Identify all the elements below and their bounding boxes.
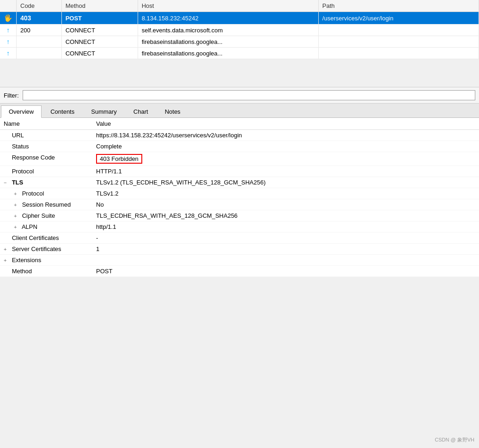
detail-row-name: + Server Certificates (0, 244, 92, 254)
detail-row-name-text: Server Certificates (12, 245, 61, 252)
detail-row-value: https://8.134.158.232:45242/userservices… (92, 130, 479, 141)
detail-row-name: URL (0, 130, 92, 141)
detail-row: + Extensions (0, 255, 479, 266)
detail-row: + Server Certificates1 (0, 244, 479, 255)
row-method: POST (61, 12, 138, 25)
tab-overview[interactable]: Overview (1, 105, 42, 118)
tab-contents[interactable]: Contents (42, 105, 82, 117)
table-row[interactable]: ↑CONNECTfirebaseinstallations.googlea... (0, 36, 479, 48)
detail-row-name-text: Cipher Suite (22, 212, 55, 219)
detail-row: + ProtocolTLSv1.2 (0, 188, 479, 199)
detail-row-name-text: Session Resumed (22, 201, 71, 208)
tab-summary[interactable]: Summary (83, 105, 125, 117)
row-host: 8.134.158.232:45242 (138, 12, 318, 25)
expand-icon[interactable]: + (4, 258, 10, 263)
hand-icon: 🖐 (4, 14, 12, 22)
up-arrow-icon: ↑ (6, 38, 10, 45)
filter-row: Filter: (0, 87, 479, 104)
detail-row: URLhttps://8.134.158.232:45242/userservi… (0, 130, 479, 141)
detail-row-name: + ALPN (0, 221, 92, 232)
detail-row-name-text: Status (12, 143, 29, 150)
detail-row-value: TLSv1.2 (TLS_ECDHE_RSA_WITH_AES_128_GCM_… (92, 177, 479, 188)
row-method: CONNECT (61, 25, 138, 36)
detail-row-name: − TLS (0, 177, 92, 188)
col-name-header: Name (0, 118, 92, 129)
row-icon: ↑ (0, 36, 17, 48)
filter-input[interactable] (23, 90, 476, 100)
row-code (17, 48, 62, 59)
detail-row: + Session ResumedNo (0, 199, 479, 210)
detail-row-value (92, 255, 479, 258)
row-path (318, 36, 479, 48)
response-code-box: 403 Forbidden (96, 154, 142, 164)
detail-row: ProtocolHTTP/1.1 (0, 166, 479, 177)
detail-row-value: No (92, 199, 479, 210)
detail-row: + ALPNhttp/1.1 (0, 221, 479, 233)
table-row[interactable]: ↑CONNECTfirebaseinstallations.googlea... (0, 48, 479, 59)
row-code: 403 (17, 12, 62, 25)
detail-row-name-text: ALPN (22, 223, 37, 230)
col-path: Path (318, 0, 479, 12)
table-row[interactable]: ↑200CONNECTself.events.data.microsoft.co… (0, 25, 479, 36)
detail-row-name-text: Client Certificates (12, 234, 59, 241)
detail-row-value: 403 Forbidden (92, 152, 479, 166)
detail-row-value: HTTP/1.1 (92, 166, 479, 177)
detail-row: + Cipher SuiteTLS_ECDHE_RSA_WITH_AES_128… (0, 210, 479, 221)
tab-notes[interactable]: Notes (157, 105, 188, 117)
expand-icon[interactable]: + (14, 224, 20, 230)
up-arrow-icon: ↑ (6, 49, 10, 57)
filter-label: Filter: (4, 92, 19, 99)
collapse-icon[interactable]: − (4, 180, 10, 185)
detail-row-value: TLSv1.2 (92, 188, 479, 199)
tab-chart[interactable]: Chart (126, 105, 156, 117)
row-code (17, 36, 62, 48)
col-value-header: Value (92, 118, 479, 129)
expand-icon[interactable]: + (4, 246, 10, 252)
detail-row-name: Response Code (0, 152, 92, 163)
tab-bar: OverviewContentsSummaryChartNotes (0, 104, 479, 118)
row-method: CONNECT (61, 36, 138, 48)
detail-row-name: Client Certificates (0, 233, 92, 243)
table-row[interactable]: 🖐403POST8.134.158.232:45242/userservices… (0, 12, 479, 25)
detail-row-name: + Session Resumed (0, 199, 92, 210)
col-code: Code (17, 0, 62, 12)
detail-row-name-text: Protocol (12, 168, 34, 175)
expand-icon[interactable]: + (14, 191, 20, 196)
expand-icon[interactable]: + (14, 202, 20, 208)
detail-row-value: Complete (92, 141, 479, 152)
detail-panel: Name Value URLhttps://8.134.158.232:4524… (0, 118, 479, 277)
detail-row-value: TLS_ECDHE_RSA_WITH_AES_128_GCM_SHA256 (92, 210, 479, 221)
col-host: Host (138, 0, 318, 12)
detail-row-value: 1 (92, 244, 479, 254)
col-icon (0, 0, 17, 12)
row-icon: ↑ (0, 25, 17, 36)
gap-area (0, 59, 479, 87)
detail-row-value: - (92, 233, 479, 243)
detail-row: StatusComplete (0, 141, 479, 152)
row-host: firebaseinstallations.googlea... (138, 48, 318, 59)
detail-row-name-text: TLS (12, 179, 24, 186)
detail-row-name-text: Method (12, 268, 32, 275)
detail-row-name: Protocol (0, 166, 92, 177)
col-headers: Name Value (0, 118, 479, 130)
row-icon: ↑ (0, 48, 17, 59)
detail-row-name: Method (0, 266, 92, 276)
detail-row: Response Code403 Forbidden (0, 152, 479, 166)
row-path (318, 25, 479, 36)
detail-rows-container: URLhttps://8.134.158.232:45242/userservi… (0, 130, 479, 277)
detail-row-value: http/1.1 (92, 221, 479, 232)
detail-row: Client Certificates- (0, 233, 479, 244)
detail-row-name: + Extensions (0, 255, 92, 265)
expand-icon[interactable]: + (14, 213, 20, 219)
up-arrow-icon: ↑ (6, 26, 10, 34)
detail-row-name-text: Protocol (22, 190, 44, 197)
detail-row-name: Status (0, 141, 92, 152)
col-method: Method (61, 0, 138, 12)
row-path (318, 48, 479, 59)
row-icon: 🖐 (0, 12, 17, 25)
detail-row-name-text: Extensions (12, 257, 42, 264)
detail-row-name: + Cipher Suite (0, 210, 92, 221)
row-path: /userservices/v2/user/login (318, 12, 479, 25)
row-host: firebaseinstallations.googlea... (138, 36, 318, 48)
detail-row: − TLSTLSv1.2 (TLS_ECDHE_RSA_WITH_AES_128… (0, 177, 479, 188)
